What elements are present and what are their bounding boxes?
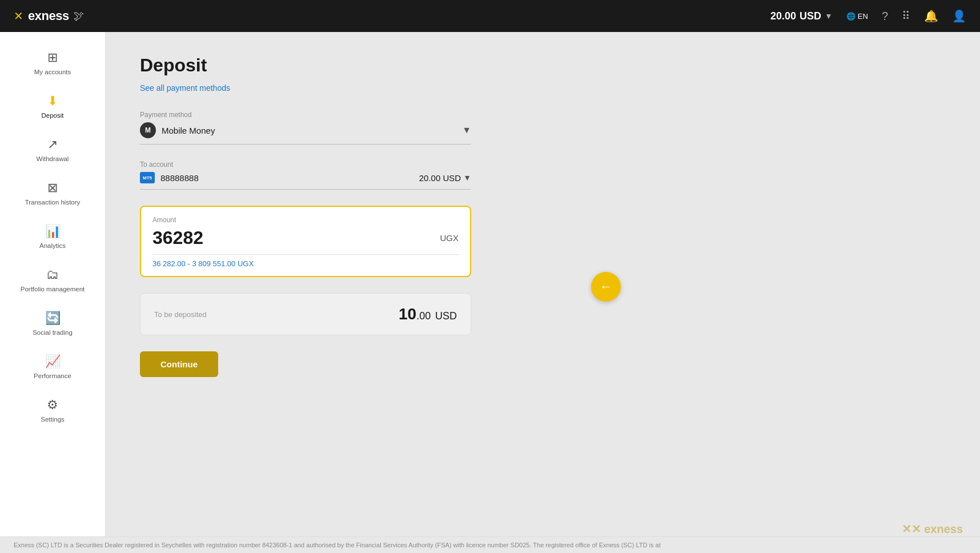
logo-icon: ✕ — [14, 9, 23, 23]
account-icon[interactable]: 👤 — [952, 9, 966, 23]
grid-icon[interactable]: ⠿ — [902, 9, 910, 23]
social-trading-icon: 🔄 — [45, 311, 61, 326]
deposit-integer: 10 — [399, 305, 416, 323]
my-accounts-icon: ⊞ — [47, 50, 58, 65]
payment-method-row[interactable]: M Mobile Money ▼ — [140, 122, 471, 145]
footer-text: Exness (SC) LTD is a Securities Dealer r… — [14, 542, 661, 548]
sidebar-item-settings[interactable]: ⚙ Settings — [5, 388, 101, 432]
watermark-text: ✕✕ exness — [902, 523, 963, 535]
portfolio-management-icon: 🗂 — [46, 267, 59, 282]
logo-text: exness — [28, 9, 69, 23]
amount-label: Amount — [152, 216, 459, 224]
amount-input[interactable] — [152, 227, 397, 249]
back-arrow-icon: ← — [600, 279, 612, 294]
to-account-label: To account — [140, 161, 471, 169]
balance-currency: USD — [800, 10, 821, 22]
mt5-account-icon: MT5 — [140, 172, 155, 183]
deposit-currency: USD — [435, 310, 457, 322]
balance-value: 20.00 — [770, 10, 796, 22]
navbar: ✕ exness 🕊 20.00 USD ▼ 🌐 EN ? ⠿ 🔔 👤 — [0, 0, 980, 32]
back-button[interactable]: ← — [591, 272, 621, 302]
analytics-icon: 📊 — [45, 224, 61, 239]
lang-label: EN — [858, 12, 868, 21]
sidebar-item-withdrawal[interactable]: ↗ Withdrawal — [5, 128, 101, 171]
navbar-left: ✕ exness 🕊 — [14, 9, 84, 23]
sidebar-item-performance[interactable]: 📈 Performance — [5, 345, 101, 388]
continue-button[interactable]: Continue — [140, 351, 218, 377]
account-chevron-icon: ▼ — [463, 173, 471, 182]
to-account-row[interactable]: MT5 88888888 20.00 USD ▼ — [140, 172, 471, 190]
sidebar-label-social-trading: Social trading — [33, 329, 73, 336]
footer: Exness (SC) LTD is a Securities Dealer r… — [0, 536, 980, 553]
amount-currency: UGX — [440, 233, 459, 243]
sidebar-label-withdrawal: Withdrawal — [37, 155, 69, 162]
navbar-right: 20.00 USD ▼ 🌐 EN ? ⠿ 🔔 👤 — [770, 9, 966, 23]
payment-method-label: Payment method — [140, 111, 471, 119]
payment-method-field: Payment method M Mobile Money ▼ — [140, 111, 471, 145]
amount-hint: 36 282.00 - 3 809 551.00 UGX — [152, 259, 459, 268]
help-icon[interactable]: ? — [882, 10, 888, 23]
sidebar-item-portfolio-management[interactable]: 🗂 Portfolio management — [5, 258, 101, 302]
deposit-form: Payment method M Mobile Money ▼ To accou… — [140, 111, 471, 277]
sidebar-item-social-trading[interactable]: 🔄 Social trading — [5, 302, 101, 345]
sidebar-label-my-accounts: My accounts — [34, 69, 71, 75]
balance-chevron-icon: ▼ — [825, 11, 833, 21]
balance-display[interactable]: 20.00 USD ▼ — [770, 10, 833, 22]
layout: ⊞ My accounts ⬇ Deposit ↗ Withdrawal ⊠ T… — [0, 32, 980, 553]
to-account-field: To account MT5 88888888 20.00 USD ▼ — [140, 161, 471, 190]
mobile-money-icon: M — [140, 122, 156, 138]
see-all-payment-methods-link[interactable]: See all payment methods — [140, 83, 230, 93]
account-number: 88888888 — [160, 173, 419, 183]
deposit-summary: To be deposited 10.00 USD — [140, 293, 471, 335]
bird-icon: 🕊 — [74, 10, 84, 22]
sidebar-item-analytics[interactable]: 📊 Analytics — [5, 215, 101, 258]
withdrawal-icon: ↗ — [47, 137, 58, 152]
sidebar-label-portfolio-management: Portfolio management — [21, 286, 85, 292]
deposit-decimals: .00 — [416, 310, 431, 322]
payment-method-chevron-icon: ▼ — [462, 125, 471, 135]
settings-icon: ⚙ — [47, 398, 58, 412]
deposit-icon: ⬇ — [47, 94, 58, 109]
to-be-deposited-value: 10.00 USD — [399, 305, 457, 323]
sidebar: ⊞ My accounts ⬇ Deposit ↗ Withdrawal ⊠ T… — [0, 32, 106, 553]
to-be-deposited-label: To be deposited — [154, 310, 207, 319]
amount-card: Amount UGX 36 282.00 - 3 809 551.00 UGX — [140, 206, 471, 277]
page-title: Deposit — [140, 55, 946, 76]
sidebar-item-my-accounts[interactable]: ⊞ My accounts — [5, 41, 101, 85]
performance-icon: 📈 — [45, 354, 61, 369]
main-content: Deposit See all payment methods Payment … — [106, 32, 980, 553]
amount-row: UGX — [152, 227, 459, 255]
sidebar-item-transaction-history[interactable]: ⊠ Transaction history — [5, 171, 101, 215]
sidebar-label-analytics: Analytics — [39, 242, 66, 249]
account-balance: 20.00 USD ▼ — [419, 173, 471, 183]
notification-icon[interactable]: 🔔 — [924, 9, 938, 23]
sidebar-label-transaction-history: Transaction history — [25, 199, 81, 206]
sidebar-label-settings: Settings — [41, 416, 65, 423]
globe-icon: 🌐 — [846, 12, 856, 21]
sidebar-item-deposit[interactable]: ⬇ Deposit — [5, 85, 101, 128]
transaction-history-icon: ⊠ — [47, 181, 58, 195]
exness-watermark: ✕✕ exness — [902, 522, 963, 536]
sidebar-label-deposit: Deposit — [42, 112, 64, 119]
sidebar-label-performance: Performance — [34, 372, 71, 379]
payment-method-value: Mobile Money — [162, 126, 462, 135]
language-button[interactable]: 🌐 EN — [846, 12, 868, 21]
